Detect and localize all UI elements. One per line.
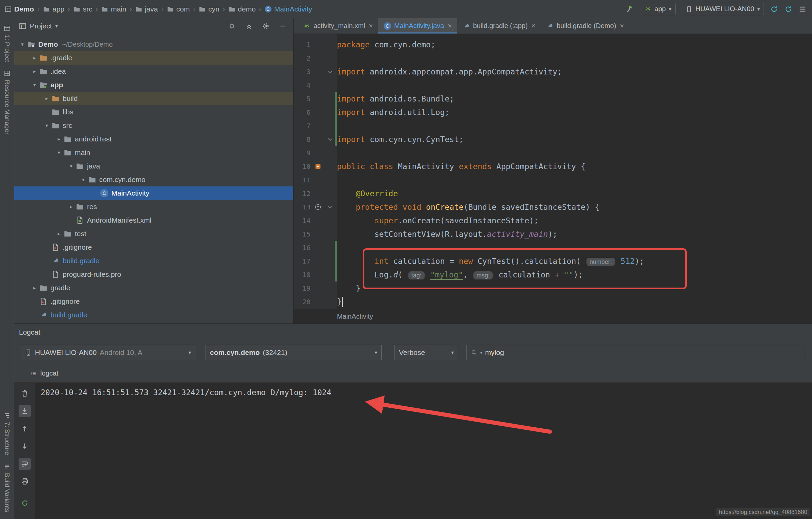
override-marker-icon[interactable] bbox=[311, 203, 325, 211]
code-line[interactable]: 17 int calculation = new CynTest().calcu… bbox=[294, 254, 812, 268]
next-occurrence-button[interactable] bbox=[19, 440, 31, 452]
breadcrumb-item-java[interactable]: java bbox=[135, 5, 158, 13]
tree-item-gitignore[interactable]: .gitignore bbox=[14, 295, 293, 308]
log-entry[interactable]: 2020-10-24 16:51:51.573 32421-32421/com.… bbox=[41, 388, 332, 519]
toolwindow-button-build-variants[interactable]: Build Variants bbox=[3, 463, 11, 512]
code-line[interactable]: 18 Log.d( tag: "mylog", msg: calculation… bbox=[294, 268, 812, 281]
code-line[interactable]: 2 bbox=[294, 51, 812, 65]
collapse-all-icon[interactable] bbox=[245, 22, 253, 30]
run-config-dropdown[interactable]: app ▾ bbox=[641, 3, 676, 15]
tree-expanded-arrow[interactable]: ▾ bbox=[18, 41, 27, 47]
code-line[interactable]: 11 bbox=[294, 173, 812, 187]
tree-item-gitignore[interactable]: .gitignore bbox=[14, 241, 293, 254]
toolwindow-button-7-structure[interactable]: 7: Structure bbox=[3, 412, 11, 455]
breadcrumb-item-src[interactable]: src bbox=[73, 5, 92, 13]
close-tab-icon[interactable]: × bbox=[620, 22, 624, 30]
editor-tab-mainactivity-java[interactable]: CMainActivity.java× bbox=[378, 18, 457, 33]
tree-item-libs[interactable]: libs bbox=[14, 105, 293, 119]
device-dropdown[interactable]: HUAWEI LIO-AN00 ▾ bbox=[682, 3, 764, 15]
tree-collapsed-arrow[interactable]: ▸ bbox=[66, 204, 76, 210]
breadcrumb-item-mainactivity[interactable]: CMainActivity bbox=[265, 5, 312, 13]
code-line[interactable]: 8import com.cyn.cyn.CynTest; bbox=[294, 133, 812, 146]
code-line[interactable]: 16 bbox=[294, 241, 812, 254]
code-line[interactable]: 15 setContentView(R.layout.activity_main… bbox=[294, 227, 812, 241]
tree-item-src[interactable]: ▾src bbox=[14, 119, 293, 132]
code-line[interactable]: 7 bbox=[294, 119, 812, 133]
breadcrumb-item-app[interactable]: app bbox=[43, 5, 64, 13]
logcat-search-input[interactable]: ▾ mylog bbox=[466, 345, 805, 360]
code-line[interactable]: 5import android.os.Bundle; bbox=[294, 92, 812, 106]
tree-collapsed-arrow[interactable]: ▸ bbox=[42, 95, 51, 101]
toolwindow-button-1-project[interactable]: 1: Project bbox=[3, 25, 11, 62]
tree-item-res[interactable]: ▸res bbox=[14, 200, 293, 213]
breadcrumb-item-main[interactable]: main bbox=[101, 5, 126, 13]
tree-expanded-arrow[interactable]: ▾ bbox=[54, 150, 64, 156]
code-line[interactable]: 3import androidx.appcompat.app.AppCompat… bbox=[294, 65, 812, 78]
code-line[interactable]: 12 @Override bbox=[294, 187, 812, 200]
editor-breadcrumb-item[interactable]: MainActivity bbox=[337, 313, 373, 320]
tree-expanded-arrow[interactable]: ▾ bbox=[79, 177, 88, 183]
apply-code-changes-icon[interactable] bbox=[784, 5, 792, 13]
breadcrumb-item-cyn[interactable]: cyn bbox=[199, 5, 219, 13]
select-opened-file-icon[interactable] bbox=[228, 22, 236, 30]
tree-item-mainactivity[interactable]: CMainActivity bbox=[14, 186, 293, 200]
soft-wrap-button[interactable] bbox=[19, 458, 31, 470]
editor-tab-activity-main-xml[interactable]: activity_main.xml× bbox=[298, 18, 378, 33]
tree-item-demo[interactable]: ▾Demo~/Desktop/Demo bbox=[14, 38, 293, 51]
tree-item-build[interactable]: ▸build bbox=[14, 92, 293, 105]
restart-logcat-button[interactable] bbox=[19, 497, 31, 509]
tree-expanded-arrow[interactable]: ▾ bbox=[66, 163, 76, 169]
scroll-to-end-button[interactable] bbox=[19, 405, 31, 417]
tree-item-build-gradle[interactable]: build.gradle bbox=[14, 308, 293, 322]
fold-marker-icon[interactable] bbox=[325, 204, 335, 210]
tree-item-gradle[interactable]: ▸gradle bbox=[14, 281, 293, 295]
build-hammer-icon[interactable] bbox=[626, 5, 635, 14]
tree-item-gradle[interactable]: ▸.gradle bbox=[14, 51, 293, 65]
gear-icon[interactable] bbox=[262, 22, 270, 30]
tree-item-app[interactable]: ▾app bbox=[14, 78, 293, 92]
editor-tab-build-gradle-app[interactable]: build.gradle (:app)× bbox=[457, 18, 541, 33]
tree-collapsed-arrow[interactable]: ▸ bbox=[54, 136, 64, 142]
code-line[interactable]: 10public class MainActivity extends AppC… bbox=[294, 160, 812, 173]
fold-marker-icon[interactable] bbox=[325, 136, 335, 143]
tree-collapsed-arrow[interactable]: ▸ bbox=[30, 285, 39, 291]
tree-collapsed-arrow[interactable]: ▸ bbox=[54, 231, 64, 237]
tree-item-proguard-rules-pro[interactable]: proguard-rules.pro bbox=[14, 268, 293, 281]
code-line[interactable]: 9 bbox=[294, 146, 812, 160]
code-line[interactable]: 4 bbox=[294, 78, 812, 92]
editor-tab-build-gradle-demo[interactable]: build.gradle (Demo)× bbox=[541, 18, 629, 33]
tree-item-build-gradle[interactable]: build.gradle bbox=[14, 254, 293, 268]
menu-icon[interactable] bbox=[798, 5, 807, 13]
tree-item-java[interactable]: ▾java bbox=[14, 159, 293, 173]
chevron-down-icon[interactable]: ▾ bbox=[480, 350, 483, 355]
hide-panel-icon[interactable] bbox=[279, 22, 286, 30]
code-line[interactable]: 19 } bbox=[294, 281, 812, 295]
tree-item-androidmanifest-xml[interactable]: AndroidManifest.xml bbox=[14, 213, 293, 227]
print-logcat-button[interactable] bbox=[19, 475, 31, 488]
code-line[interactable]: 20} bbox=[294, 295, 812, 309]
tree-item-test[interactable]: ▸test bbox=[14, 227, 293, 241]
tree-item-idea[interactable]: ▸.idea bbox=[14, 65, 293, 78]
code-line[interactable]: 13 protected void onCreate(Bundle savedI… bbox=[294, 200, 812, 214]
apply-changes-icon[interactable] bbox=[770, 5, 778, 13]
tree-collapsed-arrow[interactable]: ▸ bbox=[30, 68, 39, 74]
tree-expanded-arrow[interactable]: ▾ bbox=[30, 82, 39, 88]
close-tab-icon[interactable]: × bbox=[531, 22, 535, 30]
logcat-process-dropdown[interactable]: com.cyn.demo (32421) ▾ bbox=[206, 345, 382, 360]
code-line[interactable]: 14 super.onCreate(savedInstanceState); bbox=[294, 214, 812, 227]
code-marker-icon[interactable] bbox=[311, 163, 325, 170]
toolwindow-button-resource-manager[interactable]: Resource Manager bbox=[3, 70, 11, 135]
code-editor[interactable]: 1package com.cyn.demo;23import androidx.… bbox=[294, 34, 812, 309]
tree-collapsed-arrow[interactable]: ▸ bbox=[30, 55, 39, 61]
previous-occurrence-button[interactable] bbox=[19, 423, 31, 435]
tree-item-androidtest[interactable]: ▸androidTest bbox=[14, 132, 293, 146]
breadcrumb-item-com[interactable]: com bbox=[167, 5, 190, 13]
logcat-tab-label[interactable]: logcat bbox=[40, 369, 58, 377]
tree-item-main[interactable]: ▾main bbox=[14, 146, 293, 159]
tree-expanded-arrow[interactable]: ▾ bbox=[42, 122, 51, 129]
code-line[interactable]: 1package com.cyn.demo; bbox=[294, 38, 812, 51]
chevron-down-icon[interactable]: ▾ bbox=[55, 23, 58, 29]
code-line[interactable]: 6import android.util.Log; bbox=[294, 106, 812, 119]
logcat-device-dropdown[interactable]: HUAWEI LIO-AN00 Android 10, A ▾ bbox=[21, 345, 195, 360]
tree-item-com-cyn-demo[interactable]: ▾com.cyn.demo bbox=[14, 173, 293, 186]
